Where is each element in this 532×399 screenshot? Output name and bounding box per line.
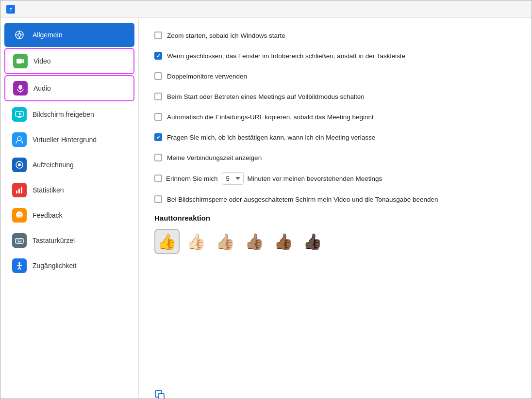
- sidebar-item-feedback[interactable]: Feedback: [4, 203, 134, 227]
- reminder-prefix: Erinnern Sie mich: [166, 175, 218, 182]
- svg-point-24: [18, 214, 19, 215]
- sidebar-item-label-bildschirm: Bildschirm freigeben: [33, 111, 94, 118]
- checkbox-opt9[interactable]: [154, 195, 162, 203]
- sidebar-item-label-audio: Audio: [33, 84, 51, 92]
- svg-point-23: [16, 211, 23, 218]
- option-label-opt6: Fragen Sie mich, ob ich bestätigen kann,…: [167, 134, 375, 141]
- svg-point-25: [20, 214, 21, 215]
- sidebar-item-bildschirm[interactable]: Bildschirm freigeben: [4, 102, 134, 127]
- sidebar-item-label-statistiken: Statistiken: [33, 186, 64, 194]
- option-row-opt3: Doppelmonitore verwenden: [154, 70, 516, 82]
- svg-rect-26: [16, 239, 23, 243]
- option-label-opt5: Automatisch die Einladungs-URL kopieren,…: [167, 113, 374, 121]
- virtuell-icon: [12, 132, 27, 147]
- zugaenglich-icon: [12, 258, 27, 273]
- option-row-opt9: Bei Bildschirmsperre oder ausgeschaltete…: [154, 193, 516, 205]
- svg-point-19: [18, 163, 21, 166]
- sidebar-item-label-feedback: Feedback: [33, 211, 62, 219]
- option-row-opt2: Wenn geschlossen, das Fenster im Infober…: [154, 50, 516, 62]
- checkbox-opt4[interactable]: [154, 93, 162, 100]
- allgemein-icon: [12, 28, 27, 42]
- svg-point-32: [18, 262, 20, 264]
- thumb-4[interactable]: 👍🏾: [271, 229, 296, 254]
- svg-rect-8: [17, 59, 22, 64]
- thumb-1[interactable]: 👍🏻: [183, 229, 209, 254]
- reminder-suffix: Minuten vor meinen bevorstehenden Meetin…: [248, 175, 382, 182]
- option-label-opt9: Bei Bildschirmsperre oder ausgeschaltete…: [167, 196, 438, 203]
- sidebar-item-label-tastatur: Tastaturkürzel: [33, 237, 75, 244]
- sidebar-item-statistiken[interactable]: Statistiken: [4, 178, 134, 202]
- svg-line-36: [19, 267, 21, 270]
- checkbox-opt1[interactable]: [154, 32, 162, 39]
- sidebar-item-label-allgemein: Allgemein: [33, 31, 62, 39]
- option-label-opt4: Beim Start oder Betreten eines Meetings …: [167, 93, 365, 100]
- close-button[interactable]: [512, 2, 526, 16]
- external-link-icon[interactable]: [154, 390, 516, 399]
- option-label-opt7: Meine Verbindungszeit anzeigen: [167, 154, 262, 161]
- reminder-checkbox[interactable]: [154, 175, 162, 182]
- skin-tone-title: Hauttonreaktion: [154, 214, 516, 222]
- option-row-opt6: Fragen Sie mich, ob ich bestätigen kann,…: [154, 131, 516, 143]
- checkbox-opt3[interactable]: [154, 72, 162, 80]
- checkbox-opt7[interactable]: [154, 154, 162, 161]
- svg-rect-21: [18, 189, 20, 193]
- svg-rect-38: [158, 394, 164, 399]
- feedback-icon: [12, 208, 27, 223]
- sidebar-item-zugaenglich[interactable]: Zugänglichkeit: [4, 254, 134, 278]
- sidebar-item-audio[interactable]: Audio: [4, 75, 134, 101]
- reminder-row: Erinnern Sie mich5101530Minuten vor mein…: [154, 172, 516, 185]
- thumb-2[interactable]: 👍🏼: [213, 229, 238, 254]
- reminder-select[interactable]: 5101530: [222, 172, 244, 185]
- svg-point-10: [18, 85, 22, 90]
- svg-text:Z: Z: [9, 7, 12, 12]
- svg-rect-20: [16, 191, 17, 193]
- sidebar-item-aufzeichnung[interactable]: Aufzeichnung: [4, 153, 134, 177]
- option-label-opt3: Doppelmonitore verwenden: [167, 73, 247, 80]
- statistiken-icon: [12, 183, 27, 197]
- audio-icon: [13, 81, 28, 96]
- svg-marker-9: [22, 59, 24, 64]
- option-row-opt4: Beim Start oder Betreten eines Meetings …: [154, 91, 516, 102]
- checkbox-opt2[interactable]: [154, 52, 162, 60]
- sidebar-item-label-aufzeichnung: Aufzeichnung: [33, 161, 74, 169]
- app-icon: Z: [6, 5, 15, 14]
- option-row-opt1: Zoom starten, sobald ich Windows starte: [154, 30, 516, 41]
- option-label-opt1: Zoom starten, sobald ich Windows starte: [167, 32, 285, 39]
- thumb-5[interactable]: 👍🏿: [300, 229, 325, 254]
- sidebar-item-label-zugaenglich: Zugänglichkeit: [33, 262, 76, 270]
- sidebar-item-label-video: Video: [33, 57, 51, 65]
- checkbox-opt5[interactable]: [154, 113, 162, 121]
- sidebar-item-label-virtuell: Virtueller Hintergrund: [33, 136, 97, 144]
- option-row-opt5: Automatisch die Einladungs-URL kopieren,…: [154, 111, 516, 123]
- thumb-0[interactable]: 👍: [154, 229, 180, 254]
- thumb-3[interactable]: 👍🏽: [242, 229, 267, 254]
- thumbs-row: 👍👍🏻👍🏼👍🏽👍🏾👍🏿: [154, 229, 516, 254]
- content-area: AllgemeinVideoAudioBildschirm freigebenV…: [0, 18, 532, 399]
- main-panel: Zoom starten, sobald ich Windows starteW…: [139, 18, 532, 399]
- sidebar: AllgemeinVideoAudioBildschirm freigebenV…: [0, 18, 139, 399]
- sidebar-item-allgemein[interactable]: Allgemein: [4, 23, 134, 47]
- tastatur-icon: [12, 233, 27, 248]
- option-row-opt7: Meine Verbindungszeit anzeigen: [154, 152, 516, 163]
- svg-point-17: [17, 137, 21, 141]
- sidebar-item-video[interactable]: Video: [4, 48, 134, 74]
- svg-point-3: [18, 33, 21, 36]
- checkbox-opt6[interactable]: [154, 133, 162, 141]
- bildschirm-icon: [12, 107, 27, 122]
- settings-window: Z AllgemeinVideoAudioBildschirm freigebe…: [0, 0, 532, 399]
- svg-marker-16: [19, 112, 21, 115]
- svg-rect-22: [21, 187, 22, 193]
- sidebar-item-virtuell[interactable]: Virtueller Hintergrund: [4, 128, 134, 152]
- option-label-opt2: Wenn geschlossen, das Fenster im Infober…: [167, 52, 405, 60]
- sidebar-item-tastatur[interactable]: Tastaturkürzel: [4, 228, 134, 253]
- titlebar: Z: [0, 0, 532, 18]
- aufzeichnung-icon: [12, 158, 27, 172]
- video-icon: [13, 54, 28, 68]
